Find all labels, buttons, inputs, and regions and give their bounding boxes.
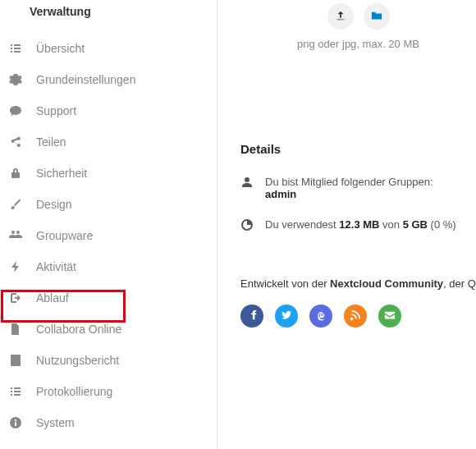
sidebar-item-label: Ablauf [36, 291, 69, 305]
sidebar-section-title: Verwaltung [0, 2, 217, 33]
flow-icon [8, 291, 23, 305]
facebook-icon [246, 309, 258, 323]
sidebar-item-label: Collabora Online [36, 323, 121, 336]
sidebar-item-label: Teilen [36, 135, 66, 149]
sidebar-item-security[interactable]: Sicherheit [0, 158, 217, 189]
sidebar-item-label: Groupware [36, 229, 93, 242]
sidebar-item-activity[interactable]: Aktivität [0, 251, 217, 282]
share-icon [8, 135, 23, 149]
rss-icon [350, 309, 361, 323]
sidebar-item-share[interactable]: Teilen [0, 126, 217, 158]
detail-usage: Du verwendest 12.3 MB von 5 GB (0 %) [240, 218, 476, 231]
sidebar-item-groupware[interactable]: Groupware [0, 220, 217, 251]
sidebar-item-label: Übersicht [36, 42, 85, 55]
document-icon [8, 322, 23, 337]
main-content: png oder jpg, max. 20 MB Details Du bist… [217, 0, 476, 449]
twitter-link[interactable] [275, 305, 298, 328]
list-lines-icon [8, 384, 23, 399]
upload-buttons [240, 3, 476, 30]
sidebar-item-system[interactable]: System [0, 407, 217, 438]
sidebar-item-overview[interactable]: Übersicht [0, 33, 217, 64]
report-icon [8, 353, 23, 368]
details-title: Details [240, 142, 476, 156]
sidebar-item-label: Support [36, 104, 76, 117]
social-links [240, 305, 476, 328]
detail-membership-text: Du bist Mitglied folgender Gruppen: admi… [265, 176, 433, 200]
sidebar-item-flow[interactable]: Ablauf [0, 282, 217, 314]
info-icon [8, 415, 23, 430]
sidebar-item-logging[interactable]: Protokollierung [0, 376, 217, 407]
details-section: Details Du bist Mitglied folgender Grupp… [240, 142, 476, 328]
pick-folder-button[interactable] [364, 3, 390, 30]
detail-usage-text: Du verwendest 12.3 MB von 5 GB (0 %) [265, 218, 456, 231]
chat-icon [8, 103, 23, 118]
credits-text: Entwickelt von der Nextcloud Community, … [240, 277, 476, 290]
upload-button[interactable] [327, 3, 354, 30]
sidebar-item-label: Sicherheit [36, 167, 87, 180]
folder-icon [371, 10, 382, 24]
lightning-icon [8, 259, 23, 274]
upload-icon [335, 10, 346, 24]
mastodon-icon [315, 309, 327, 323]
lock-icon [8, 166, 23, 181]
sidebar-item-label: Grundeinstellungen [36, 73, 135, 86]
twitter-icon [281, 309, 292, 323]
brush-icon [8, 197, 23, 212]
rss-link[interactable] [344, 305, 367, 328]
gear-icon [8, 72, 23, 87]
sidebar-item-label: System [36, 416, 75, 429]
facebook-link[interactable] [240, 305, 263, 328]
pie-icon [240, 218, 254, 231]
email-link[interactable] [378, 305, 401, 328]
detail-membership: Du bist Mitglied folgender Gruppen: admi… [240, 176, 476, 200]
sidebar-item-basic-settings[interactable]: Grundeinstellungen [0, 64, 217, 95]
sidebar-item-collabora[interactable]: Collabora Online [0, 314, 217, 345]
sidebar-item-label: Design [36, 198, 72, 211]
sidebar-item-design[interactable]: Design [0, 189, 217, 220]
sidebar: Verwaltung Übersicht Grundeinstellungen … [0, 0, 217, 449]
list-icon [8, 41, 23, 56]
sidebar-item-label: Protokollierung [36, 385, 112, 398]
mastodon-link[interactable] [309, 305, 332, 328]
sidebar-item-label: Aktivität [36, 260, 76, 273]
mail-icon [384, 309, 396, 323]
group-icon [8, 228, 23, 243]
person-icon [240, 176, 254, 189]
sidebar-item-label: Nutzungsbericht [36, 354, 119, 367]
upload-hint: png oder jpg, max. 20 MB [240, 38, 476, 50]
sidebar-item-usage-report[interactable]: Nutzungsbericht [0, 345, 217, 376]
sidebar-item-support[interactable]: Support [0, 95, 217, 126]
